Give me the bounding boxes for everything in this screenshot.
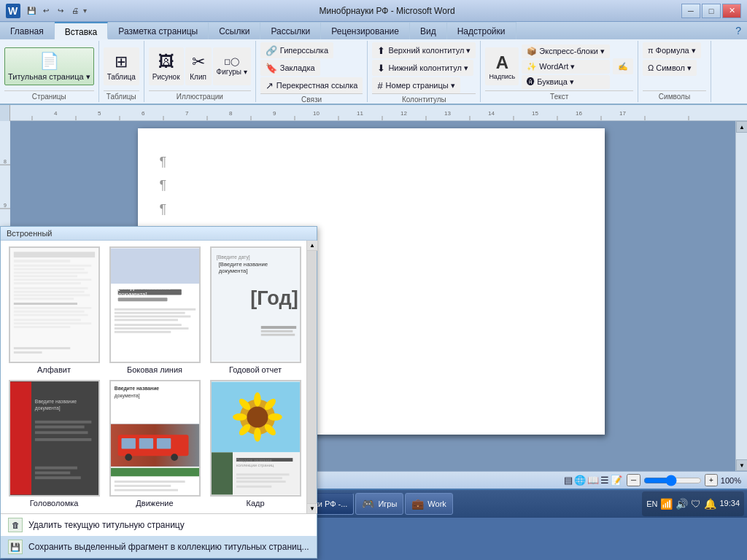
svg-rect-98: [34, 426, 84, 429]
undo-qa-btn[interactable]: ↩: [39, 4, 53, 18]
svg-rect-55: [13, 279, 90, 281]
zoom-in-btn[interactable]: +: [705, 474, 718, 486]
gallery-item-sidebar[interactable]: [Введите название документа] Боковая лин…: [107, 246, 202, 374]
gallery-item-puzzle[interactable]: Введите название документа] Голо: [7, 380, 101, 508]
svg-text:9: 9: [4, 203, 7, 208]
tab-review[interactable]: Рецензирование: [321, 22, 410, 39]
system-tray: EN 📶 🔊 🛡 🔔 19:34: [642, 491, 744, 516]
ribbon-group-links: 🔗Гиперссылка 🔖Закладка ↗Перекрестная ссы…: [256, 41, 368, 102]
view-normal-icon[interactable]: ▤: [564, 475, 573, 486]
help-icon[interactable]: ?: [735, 25, 741, 36]
print-qa-btn[interactable]: 🖨: [69, 4, 82, 18]
svg-rect-140: [236, 486, 271, 488]
ruler-horizontal: 45 67 89 1011 1213 1415 1617: [10, 105, 747, 121]
gallery-item-frame[interactable]: Введите название коллекции страниц Кадр: [208, 380, 303, 508]
svg-rect-137: [236, 473, 289, 475]
tab-home[interactable]: Главная: [0, 22, 55, 39]
shapes-label: Фигуры ▾: [217, 68, 247, 76]
ribbon-group-pages: 📄 Титульная страница ▾ Страницы: [0, 41, 99, 102]
headers-label: Колонтитулы: [372, 93, 476, 104]
dropcap-btn[interactable]: 🅐 Буквица ▾: [522, 75, 610, 89]
maximize-btn[interactable]: □: [702, 4, 721, 18]
svg-point-127: [268, 413, 282, 421]
status-bar-right: ▤ 🌐 📖 ☰ 📝 ─ + 100%: [564, 474, 741, 486]
gallery-label-annual: Годовой отчет: [229, 365, 282, 374]
delete-title-page-item[interactable]: 🗑 Удалить текущую титульную страницу: [1, 514, 317, 536]
gallery-scroll-down[interactable]: ▼: [307, 503, 317, 513]
redo-qa-btn[interactable]: ↪: [54, 4, 67, 18]
ribbon-group-headers: ⬆Верхний колонтитул ▾ ⬇Нижний колонтитул…: [368, 41, 481, 102]
zoom-slider[interactable]: [643, 475, 702, 486]
svg-rect-50: [13, 260, 69, 262]
tab-mailings[interactable]: Рассылки: [260, 22, 321, 39]
svg-text:9: 9: [273, 110, 276, 117]
scroll-up-btn[interactable]: ▲: [736, 121, 747, 133]
delete-label: Удалить текущую титульную страницу: [28, 520, 185, 530]
crossref-icon: ↗: [266, 80, 274, 91]
footer-btn[interactable]: ⬇Нижний колонтитул ▾: [372, 60, 473, 76]
symbol-btn[interactable]: Ω Символ ▾: [643, 60, 697, 76]
zoom-out-btn[interactable]: ─: [627, 474, 640, 486]
svg-rect-67: [13, 326, 69, 328]
gallery-container: Алфавит [Введите название документа]: [1, 241, 317, 513]
close-btn[interactable]: ✕: [722, 4, 741, 18]
svg-rect-53: [13, 272, 88, 274]
svg-rect-97: [34, 421, 90, 424]
hyperlink-btn[interactable]: 🔗Гиперссылка: [260, 42, 333, 58]
taskbar-item-games[interactable]: 🎮 Игры: [355, 493, 403, 515]
view-read-icon[interactable]: 📖: [587, 475, 599, 486]
tab-references[interactable]: Ссылки: [209, 22, 260, 39]
crossref-btn[interactable]: ↗Перекрестная ссылка: [260, 77, 363, 93]
svg-rect-49: [13, 252, 94, 257]
svg-text:Введите название: Введите название: [236, 458, 271, 462]
vertical-scrollbar[interactable]: ▲ ▼: [735, 121, 747, 471]
tab-addons[interactable]: Надстройки: [447, 22, 516, 39]
signature2-btn[interactable]: ✍: [613, 58, 633, 74]
minimize-btn[interactable]: ─: [681, 4, 700, 18]
gallery-item-annual[interactable]: [Введите название документа] [Год] [Введ…: [208, 246, 303, 374]
save-fragment-label: Сохранить выделенный фрагмент в коллекци…: [28, 542, 309, 552]
gallery-item-motion[interactable]: Введите название документа] Движение: [107, 380, 202, 508]
header-btn[interactable]: ⬆Верхний колонтитул ▾: [372, 42, 476, 58]
view-draft-icon[interactable]: 📝: [611, 475, 622, 486]
games-icon: 🎮: [362, 498, 374, 510]
picture-label: Рисунок: [152, 73, 180, 81]
shapes-icon: ◻◯: [224, 57, 239, 66]
view-outline-icon[interactable]: ☰: [600, 475, 609, 486]
save-fragment-item[interactable]: 💾 Сохранить выделенный фрагмент в коллек…: [1, 536, 317, 558]
svg-point-112: [171, 454, 178, 461]
svg-rect-102: [34, 471, 69, 474]
save-qa-btn[interactable]: 💾: [25, 4, 38, 18]
ribbon-group-tables: ⊞ Таблица Таблицы: [99, 41, 144, 102]
clip-btn[interactable]: ✂ Клип: [185, 47, 212, 85]
tab-view[interactable]: Вид: [410, 22, 447, 39]
gallery-scroll-up[interactable]: ▲: [307, 241, 317, 251]
thumb-motion: Введите название документа]: [109, 380, 201, 497]
svg-rect-78: [114, 316, 190, 318]
svg-text:13: 13: [444, 110, 451, 117]
tab-insert[interactable]: Вставка: [55, 22, 109, 39]
pagenum-btn[interactable]: #Номер страницы ▾: [372, 77, 460, 93]
tab-layout[interactable]: Разметка страницы: [108, 22, 209, 39]
signature-btn[interactable]: A Надпись: [485, 47, 519, 85]
view-web-icon[interactable]: 🌐: [574, 475, 586, 486]
svg-rect-119: [114, 489, 177, 491]
express-blocks-btn[interactable]: 📦 Экспресс-блоки ▾: [522, 44, 610, 58]
scroll-down-btn[interactable]: ▼: [736, 459, 747, 471]
ribbon-content: 📄 Титульная страница ▾ Страницы ⊞ Таблиц…: [0, 39, 747, 104]
gallery-item-alphabet[interactable]: Алфавит: [7, 246, 101, 374]
taskbar-item-work[interactable]: 💼 Work: [405, 493, 452, 515]
svg-rect-100: [34, 438, 90, 441]
scroll-track[interactable]: [736, 133, 747, 459]
picture-btn[interactable]: 🖼 Рисунок: [149, 47, 184, 85]
title-page-btn[interactable]: 📄 Титульная страница ▾: [4, 47, 94, 85]
bookmark-btn[interactable]: 🔖Закладка: [260, 60, 320, 76]
shapes-btn[interactable]: ◻◯ Фигуры ▾: [213, 47, 251, 85]
formula-btn[interactable]: π Формула ▾: [643, 42, 701, 58]
table-btn[interactable]: ⊞ Таблица: [104, 47, 139, 85]
context-menu: 🗑 Удалить текущую титульную страницу 💾 С…: [1, 513, 317, 558]
ribbon-group-illustrations: 🖼 Рисунок ✂ Клип ◻◯ Фигуры ▾ Иллюстрации: [144, 41, 256, 102]
wordart-btn[interactable]: ✨ WordArt ▾: [522, 60, 610, 74]
save-fragment-icon: 💾: [8, 540, 23, 554]
signature-icon: A: [496, 52, 508, 73]
